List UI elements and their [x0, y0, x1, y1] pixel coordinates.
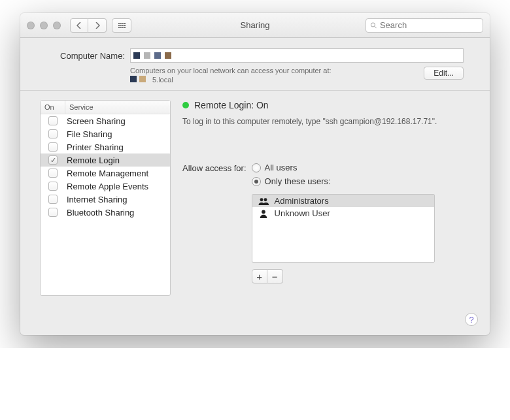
service-checkbox[interactable]: [48, 142, 58, 152]
svg-point-4: [262, 210, 265, 214]
service-row[interactable]: Internet Sharing: [41, 193, 170, 206]
status-indicator-icon: [182, 102, 189, 108]
column-header-service[interactable]: Service: [65, 101, 170, 114]
radio-all-users-label: All users: [265, 163, 298, 172]
service-row[interactable]: Bluetooth Sharing: [41, 206, 170, 219]
service-row[interactable]: Remote Login: [41, 153, 170, 167]
network-access-text: Computers on your local network can acce…: [130, 67, 464, 74]
user-row[interactable]: Administrators: [252, 195, 434, 207]
chevron-right-icon: [95, 22, 100, 29]
search-icon: [370, 22, 377, 29]
service-checkbox[interactable]: [48, 195, 58, 204]
name-swatch: [154, 52, 161, 59]
group-icon: [258, 197, 269, 206]
column-header-on[interactable]: On: [41, 101, 65, 114]
hostname-swatch: [130, 76, 137, 82]
local-hostname: 5.local: [152, 76, 173, 84]
show-all-button[interactable]: [112, 18, 131, 33]
minimize-window-button[interactable]: [40, 22, 48, 29]
service-label: Remote Management: [65, 169, 170, 178]
service-row[interactable]: Printer Sharing: [41, 140, 170, 153]
service-checkbox[interactable]: [48, 155, 58, 165]
service-row[interactable]: Remote Apple Events: [41, 180, 170, 193]
svg-line-1: [375, 26, 377, 28]
search-field[interactable]: [366, 18, 483, 33]
close-window-button[interactable]: [27, 22, 35, 29]
computer-name-field[interactable]: [130, 48, 464, 63]
service-label: Internet Sharing: [65, 195, 170, 204]
service-row[interactable]: Screen Sharing: [41, 114, 170, 127]
nav-buttons: [70, 18, 107, 33]
name-swatch: [144, 52, 150, 59]
user-row[interactable]: Unknown User: [252, 207, 434, 219]
back-button[interactable]: [70, 18, 88, 33]
name-swatch: [133, 52, 140, 59]
service-checkbox[interactable]: [48, 116, 58, 125]
service-label: Printer Sharing: [65, 142, 170, 152]
status-text: Remote Login: On: [194, 100, 269, 110]
main-content: On Service Screen SharingFile SharingPri…: [20, 91, 490, 335]
service-checkbox[interactable]: [48, 182, 58, 191]
add-user-button[interactable]: +: [252, 269, 267, 283]
radio-all-users[interactable]: [252, 163, 261, 172]
service-detail: Remote Login: On To log in to this compu…: [182, 100, 470, 296]
allow-access-label: Allow access for:: [182, 163, 246, 173]
service-label: Bluetooth Sharing: [65, 208, 170, 218]
edit-button[interactable]: Edit...: [424, 67, 464, 80]
service-label: Remote Apple Events: [65, 182, 170, 191]
user-icon: [258, 209, 269, 218]
radio-only-these-users-label: Only these users:: [265, 176, 331, 186]
allowed-users-list[interactable]: AdministratorsUnknown User: [252, 194, 435, 263]
name-swatch: [165, 52, 171, 59]
chevron-left-icon: [76, 22, 82, 29]
ssh-hint: To log in to this computer remotely, typ…: [182, 117, 470, 126]
search-input[interactable]: [380, 20, 479, 30]
sharing-window: Sharing Computer Name: Computers on your…: [20, 13, 490, 335]
window-controls: [27, 22, 61, 29]
titlebar: Sharing: [20, 13, 490, 38]
help-button[interactable]: ?: [465, 313, 478, 326]
forward-button[interactable]: [88, 18, 107, 33]
service-checkbox[interactable]: [48, 169, 58, 178]
service-checkbox[interactable]: [48, 129, 58, 138]
service-label: Remote Login: [65, 155, 170, 165]
computer-name-section: Computer Name: Computers on your local n…: [20, 38, 490, 91]
service-checkbox[interactable]: [48, 208, 58, 217]
service-row[interactable]: Remote Management: [41, 167, 170, 180]
service-label: Screen Sharing: [65, 116, 170, 126]
svg-point-0: [371, 22, 375, 26]
hostname-swatch: [139, 76, 146, 82]
computer-name-label: Computer Name:: [46, 51, 125, 61]
svg-point-2: [260, 198, 263, 201]
service-row[interactable]: File Sharing: [41, 127, 170, 140]
svg-point-3: [264, 198, 267, 201]
remove-user-button[interactable]: −: [267, 269, 283, 283]
user-label: Administrators: [275, 196, 329, 206]
services-list: On Service Screen SharingFile SharingPri…: [40, 100, 171, 296]
zoom-window-button[interactable]: [53, 22, 61, 29]
radio-only-these-users[interactable]: [252, 177, 261, 186]
service-label: File Sharing: [65, 129, 170, 139]
grid-icon: [118, 23, 126, 28]
user-label: Unknown User: [275, 208, 330, 218]
